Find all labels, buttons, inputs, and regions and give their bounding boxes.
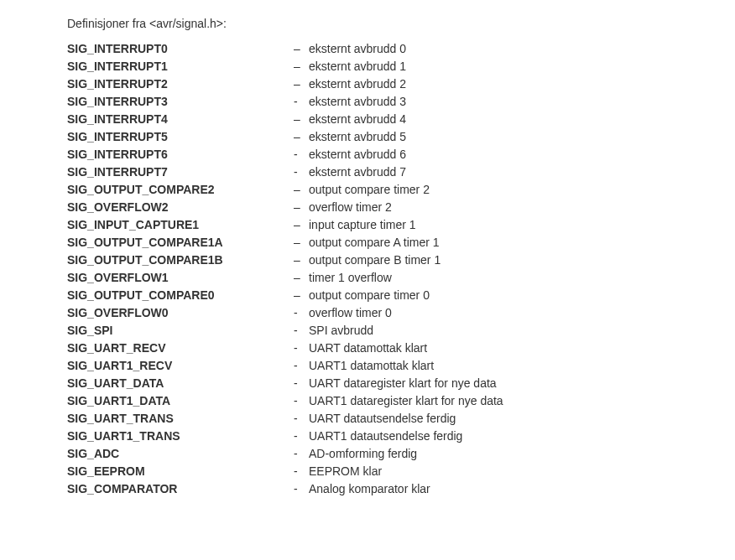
definition-name: SIG_OVERFLOW1 <box>67 269 294 287</box>
definition-description: overflow timer 0 <box>309 304 718 322</box>
definition-row: SIG_SPI-SPI avbrudd <box>67 322 718 340</box>
definition-separator: - <box>294 357 309 375</box>
definition-name: SIG_OUTPUT_COMPARE1B <box>67 251 294 269</box>
definitions-list: SIG_INTERRUPT0–eksternt avbrudd 0SIG_INT… <box>67 40 718 498</box>
definition-row: SIG_EEPROM-EEPROM klar <box>67 463 718 480</box>
definition-separator: – <box>294 234 309 251</box>
definition-separator: – <box>294 181 309 199</box>
definition-name: SIG_OUTPUT_COMPARE1A <box>67 234 294 251</box>
definition-name: SIG_INTERRUPT1 <box>67 58 294 75</box>
definition-separator: – <box>294 111 309 128</box>
definition-description: timer 1 overflow <box>309 269 718 287</box>
definition-separator: – <box>294 251 309 269</box>
definition-separator: - <box>294 146 309 163</box>
definition-separator: - <box>294 304 309 322</box>
definition-description: UART dataregister klart for nye data <box>309 375 718 392</box>
definition-row: SIG_COMPARATOR-Analog komparator klar <box>67 480 718 498</box>
definition-name: SIG_SPI <box>67 322 294 340</box>
definition-name: SIG_UART1_RECV <box>67 357 294 375</box>
definition-separator: – <box>294 75 309 93</box>
definition-row: SIG_INPUT_CAPTURE1–input capture timer 1 <box>67 216 718 234</box>
definition-description: eksternt avbrudd 0 <box>309 40 718 58</box>
definition-separator: – <box>294 40 309 58</box>
definition-name: SIG_OUTPUT_COMPARE0 <box>67 287 294 304</box>
definition-row: SIG_INTERRUPT6-eksternt avbrudd 6 <box>67 146 718 163</box>
definition-separator: – <box>294 128 309 146</box>
definition-description: input capture timer 1 <box>309 216 718 234</box>
definition-separator: - <box>294 163 309 181</box>
definition-separator: – <box>294 216 309 234</box>
definition-description: UART1 datamottak klart <box>309 357 718 375</box>
definition-row: SIG_INTERRUPT2–eksternt avbrudd 2 <box>67 75 718 93</box>
definition-separator: - <box>294 392 309 410</box>
definition-separator: - <box>294 410 309 428</box>
definition-name: SIG_ADC <box>67 445 294 463</box>
definition-name: SIG_INTERRUPT7 <box>67 163 294 181</box>
definition-description: UART datautsendelse ferdig <box>309 410 718 428</box>
definition-description: UART1 datautsendelse ferdig <box>309 428 718 445</box>
definition-description: overflow timer 2 <box>309 199 718 216</box>
definition-name: SIG_INTERRUPT4 <box>67 111 294 128</box>
definition-row: SIG_UART_RECV-UART datamottak klart <box>67 340 718 357</box>
definition-separator: - <box>294 445 309 463</box>
definition-row: SIG_OUTPUT_COMPARE1A–output compare A ti… <box>67 234 718 251</box>
definition-name: SIG_INTERRUPT0 <box>67 40 294 58</box>
definition-separator: – <box>294 58 309 75</box>
definition-description: output compare timer 2 <box>309 181 718 199</box>
heading: Definisjoner fra <avr/signal.h>: <box>67 17 718 30</box>
definition-name: SIG_UART1_TRANS <box>67 428 294 445</box>
definition-separator: - <box>294 93 309 111</box>
definition-row: SIG_INTERRUPT3-eksternt avbrudd 3 <box>67 93 718 111</box>
definition-description: Analog komparator klar <box>309 480 718 498</box>
definition-name: SIG_EEPROM <box>67 463 294 480</box>
definition-row: SIG_UART1_TRANS-UART1 datautsendelse fer… <box>67 428 718 445</box>
definition-row: SIG_UART1_RECV-UART1 datamottak klart <box>67 357 718 375</box>
definition-row: SIG_INTERRUPT4–eksternt avbrudd 4 <box>67 111 718 128</box>
definition-row: SIG_INTERRUPT1–eksternt avbrudd 1 <box>67 58 718 75</box>
definition-description: EEPROM klar <box>309 463 718 480</box>
definition-description: eksternt avbrudd 3 <box>309 93 718 111</box>
definition-separator: – <box>294 287 309 304</box>
definition-name: SIG_UART_TRANS <box>67 410 294 428</box>
definition-description: eksternt avbrudd 6 <box>309 146 718 163</box>
definition-description: eksternt avbrudd 5 <box>309 128 718 146</box>
definition-name: SIG_COMPARATOR <box>67 480 294 498</box>
definition-name: SIG_INTERRUPT3 <box>67 93 294 111</box>
definition-description: AD-omforming ferdig <box>309 445 718 463</box>
definition-row: SIG_ADC-AD-omforming ferdig <box>67 445 718 463</box>
definition-description: eksternt avbrudd 7 <box>309 163 718 181</box>
definition-separator: - <box>294 322 309 340</box>
definition-description: UART datamottak klart <box>309 340 718 357</box>
definition-description: eksternt avbrudd 4 <box>309 111 718 128</box>
definition-description: output compare A timer 1 <box>309 234 718 251</box>
definition-name: SIG_OVERFLOW2 <box>67 199 294 216</box>
definition-description: output compare B timer 1 <box>309 251 718 269</box>
definition-row: SIG_UART1_DATA-UART1 dataregister klart … <box>67 392 718 410</box>
definition-row: SIG_OUTPUT_COMPARE0–output compare timer… <box>67 287 718 304</box>
definition-row: SIG_OUTPUT_COMPARE2–output compare timer… <box>67 181 718 199</box>
definition-separator: - <box>294 375 309 392</box>
definition-row: SIG_OVERFLOW2–overflow timer 2 <box>67 199 718 216</box>
definition-name: SIG_UART_DATA <box>67 375 294 392</box>
definition-separator: – <box>294 199 309 216</box>
definition-description: eksternt avbrudd 1 <box>309 58 718 75</box>
definition-separator: – <box>294 269 309 287</box>
definition-row: SIG_INTERRUPT7-eksternt avbrudd 7 <box>67 163 718 181</box>
definition-separator: - <box>294 428 309 445</box>
definition-row: SIG_INTERRUPT0–eksternt avbrudd 0 <box>67 40 718 58</box>
definition-row: SIG_UART_TRANS-UART datautsendelse ferdi… <box>67 410 718 428</box>
definition-description: UART1 dataregister klart for nye data <box>309 392 718 410</box>
definition-name: SIG_INTERRUPT2 <box>67 75 294 93</box>
definition-name: SIG_UART_RECV <box>67 340 294 357</box>
definition-name: SIG_INPUT_CAPTURE1 <box>67 216 294 234</box>
definition-name: SIG_OUTPUT_COMPARE2 <box>67 181 294 199</box>
definition-separator: - <box>294 340 309 357</box>
definition-row: SIG_INTERRUPT5–eksternt avbrudd 5 <box>67 128 718 146</box>
definition-description: output compare timer 0 <box>309 287 718 304</box>
definition-name: SIG_INTERRUPT6 <box>67 146 294 163</box>
definition-description: eksternt avbrudd 2 <box>309 75 718 93</box>
definition-name: SIG_INTERRUPT5 <box>67 128 294 146</box>
definition-description: SPI avbrudd <box>309 322 718 340</box>
definition-name: SIG_OVERFLOW0 <box>67 304 294 322</box>
definition-row: SIG_OVERFLOW0-overflow timer 0 <box>67 304 718 322</box>
